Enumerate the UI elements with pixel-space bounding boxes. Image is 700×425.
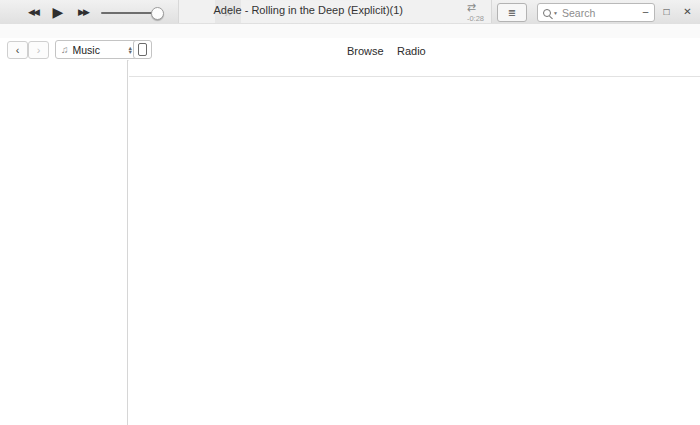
sidebar bbox=[0, 60, 128, 425]
now-playing-title: Adele - Rolling in the Deep (Explicit)(1… bbox=[213, 4, 403, 16]
toolbar: ◀◀ ▶ ▶▶ ♫ Adele - Rolling in the Deep (E… bbox=[0, 0, 700, 25]
up-next-button[interactable]: ≣ bbox=[497, 3, 527, 22]
song-list bbox=[129, 60, 700, 425]
minimize-button[interactable]: – bbox=[635, 6, 656, 17]
list-rows bbox=[129, 76, 700, 425]
media-selector[interactable]: ♫ Music ▲▼ bbox=[55, 40, 139, 59]
volume-slider[interactable] bbox=[101, 12, 163, 14]
back-button[interactable]: ‹ bbox=[7, 41, 28, 59]
list-header bbox=[129, 60, 700, 77]
close-button[interactable]: ✕ bbox=[677, 6, 698, 17]
music-note-icon: ♫ bbox=[61, 44, 69, 55]
search-options-caret-icon[interactable]: ▼ bbox=[553, 10, 558, 16]
up-next-list-icon: ≣ bbox=[508, 7, 516, 18]
media-selector-value: Music bbox=[73, 44, 100, 56]
device-button[interactable] bbox=[133, 40, 152, 59]
maximize-button[interactable]: □ bbox=[656, 6, 677, 17]
iphone-icon bbox=[138, 43, 147, 56]
time-remaining: -0:28 bbox=[467, 14, 484, 23]
search-icon bbox=[543, 9, 551, 17]
tab-radio[interactable]: Radio bbox=[397, 45, 426, 57]
forward-button[interactable]: ▶▶ bbox=[72, 0, 94, 24]
volume-knob[interactable] bbox=[151, 7, 164, 20]
menubar bbox=[0, 24, 700, 39]
now-playing-widget: ♫ Adele - Rolling in the Deep (Explicit)… bbox=[178, 0, 492, 23]
window-controls: –□✕ bbox=[635, 0, 698, 22]
tab-browse[interactable]: Browse bbox=[347, 45, 384, 57]
repeat-icon[interactable]: ⇄ bbox=[467, 1, 476, 14]
itunes-window: ◀◀ ▶ ▶▶ ♫ Adele - Rolling in the Deep (E… bbox=[0, 0, 700, 425]
play-button[interactable]: ▶ bbox=[49, 0, 67, 24]
nav-row: ‹ › ♫ Music ▲▼ Browse Radio bbox=[0, 38, 700, 61]
forward-nav-button[interactable]: › bbox=[28, 41, 49, 59]
rewind-button[interactable]: ◀◀ bbox=[22, 0, 44, 24]
